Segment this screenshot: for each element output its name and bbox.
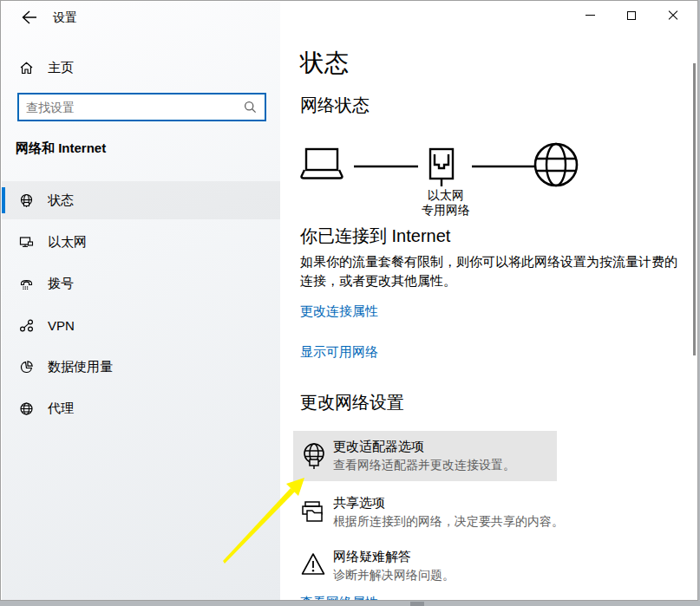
network-profile-label: 专用网络 [394, 203, 498, 218]
ethernet-plug-icon [428, 147, 457, 187]
network-diagram: 以太网 专用网络 [300, 139, 595, 225]
window-controls [569, 1, 694, 29]
view-network-properties-link[interactable]: 查看网络属性 [300, 595, 378, 601]
minimize-icon [586, 15, 595, 16]
setting-item-title: 更改适配器选项 [333, 439, 424, 455]
vertical-scrollbar[interactable] [693, 63, 696, 355]
setting-item-description: 诊断并解决网络问题。 [333, 568, 455, 583]
setting-item-title: 网络疑难解答 [333, 549, 411, 565]
back-arrow-icon [16, 10, 43, 24]
sidebar-section-title: 网络和 Internet [16, 140, 106, 157]
sidebar: 主页 网络和 Internet 状态 以太网 [2, 2, 280, 601]
close-button[interactable] [652, 1, 694, 29]
vpn-icon [19, 318, 34, 333]
sidebar-item-label: 以太网 [48, 234, 87, 251]
sidebar-item-dialup[interactable]: 拨号 [2, 264, 280, 303]
sidebar-item-label: 状态 [48, 192, 74, 209]
maximize-icon [627, 11, 636, 20]
connection-line [470, 165, 538, 168]
sharing-options-icon [300, 497, 326, 525]
connected-description: 如果你的流量套餐有限制，则你可以将此网络设置为按流量计费的连接，或者更改其他属性… [300, 252, 688, 290]
sidebar-item-label: 代理 [48, 401, 74, 417]
sidebar-item-home[interactable]: 主页 [2, 52, 280, 83]
main-content: 状态 网络状态 以太网 专用网络 你已连接到 Internet 如果你的流量套餐… [280, 2, 698, 601]
network-status-heading: 网络状态 [300, 94, 370, 117]
sidebar-item-label: 数据使用量 [48, 359, 113, 375]
status-globe-icon [19, 193, 34, 208]
selected-indicator [2, 187, 5, 213]
internet-globe-icon [533, 141, 579, 188]
connection-line [352, 165, 420, 168]
adapter-globe-icon [301, 442, 327, 470]
setting-item-description: 根据所连接到的网络，决定要共享的内容。 [333, 514, 564, 530]
show-available-networks-link[interactable]: 显示可用网络 [300, 344, 378, 361]
settings-window: 主页 网络和 Internet 状态 以太网 [0, 0, 698, 601]
sidebar-item-label: 拨号 [48, 276, 74, 292]
setting-item-description: 查看网络适配器并更改连接设置。 [333, 458, 515, 473]
search-box [17, 93, 266, 121]
warning-triangle-icon [300, 551, 326, 578]
sidebar-item-ethernet[interactable]: 以太网 [2, 223, 280, 261]
data-usage-pie-icon [19, 360, 34, 375]
sharing-options-item[interactable]: 共享选项 根据所连接到的网络，决定要共享的内容。 [300, 492, 586, 535]
titlebar: 设置 [1, 1, 697, 36]
sidebar-item-status[interactable]: 状态 [2, 181, 280, 219]
home-icon [19, 61, 34, 75]
dialup-phone-icon [19, 277, 34, 291]
connected-heading: 你已连接到 Internet [300, 225, 450, 248]
change-connection-properties-link[interactable]: 更改连接属性 [300, 303, 378, 320]
minimize-button[interactable] [569, 1, 611, 29]
sidebar-item-label: VPN [48, 318, 75, 333]
setting-item-title: 共享选项 [333, 495, 385, 512]
proxy-globe-icon [19, 401, 34, 416]
sidebar-item-label: 主页 [48, 60, 74, 76]
change-network-settings-heading: 更改网络设置 [300, 391, 404, 414]
search-input[interactable] [19, 101, 244, 114]
maximize-button[interactable] [611, 1, 652, 29]
search-icon [244, 101, 257, 114]
change-adapter-options-item[interactable]: 更改适配器选项 查看网络适配器并更改连接设置。 [293, 431, 557, 481]
ethernet-icon [19, 235, 34, 250]
connection-type-label: 以太网 [394, 188, 498, 204]
window-title: 设置 [53, 10, 77, 26]
laptop-icon [300, 147, 345, 182]
page-title: 状态 [300, 47, 349, 80]
background-window-fragment [410, 602, 424, 606]
back-button[interactable] [16, 6, 43, 29]
network-troubleshooter-item[interactable]: 网络疑难解答 诊断并解决网络问题。 [300, 545, 586, 589]
sidebar-item-data-usage[interactable]: 数据使用量 [2, 348, 280, 386]
sidebar-item-vpn[interactable]: VPN [2, 306, 280, 344]
sidebar-item-proxy[interactable]: 代理 [2, 389, 280, 427]
close-icon [668, 10, 678, 21]
